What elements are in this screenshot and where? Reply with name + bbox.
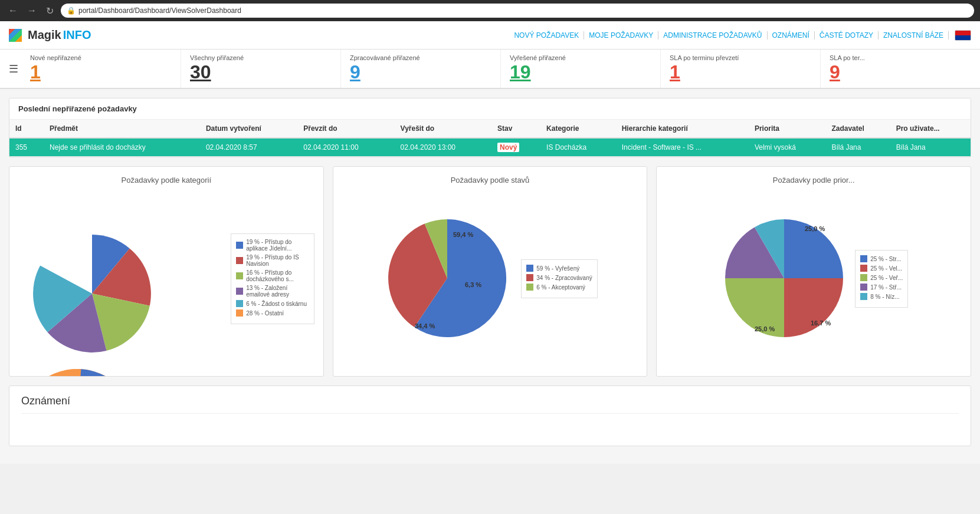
legend-color-2 — [236, 272, 243, 279]
stat-sla-prevzeti[interactable]: SLA po terminu převzetí 1 — [661, 50, 821, 88]
legend-label-0: 19 % - Přístup do aplikace Jídelní... — [246, 239, 309, 252]
stat-noveunprirazene[interactable]: Nové nepřiřazené 1 — [21, 50, 181, 88]
pie-priorita-wrapper: 25,0 % 25,0 % 16,7 % — [719, 205, 849, 354]
nav-back-button[interactable]: ← — [6, 5, 20, 16]
legend-stav-color-1 — [526, 274, 533, 281]
cell-stav: Nový — [491, 138, 540, 157]
chart-kategorie: Požadavky podle kategorií — [9, 166, 324, 377]
legend-color-0 — [236, 242, 243, 249]
cell-zadavatel: Bílá Jana — [825, 138, 890, 157]
legend-label-3: 13 % - Založení emailové adresy — [246, 285, 309, 298]
stat-value-3[interactable]: 19 — [510, 61, 651, 83]
table-row[interactable]: 355 Nejde se přihlásit do docházky 02.04… — [9, 138, 971, 157]
legend-color-5 — [236, 309, 243, 317]
svg-text:16,7 %: 16,7 % — [811, 319, 831, 327]
col-id: Id — [9, 120, 44, 138]
cell-hierarchie: Incident - Software - IS ... — [616, 138, 749, 157]
legend-label-1: 19 % - Přístup do IS Navision — [246, 254, 309, 267]
nav-oznameni[interactable]: OZNÁMENÍ — [768, 31, 815, 39]
cell-predmet[interactable]: Nejde se přihlásit do docházky — [44, 138, 200, 157]
col-kategorie: Kategorie — [540, 120, 616, 138]
oznami-section: Oznámení — [9, 386, 971, 446]
legend-color-4 — [236, 300, 243, 307]
pie-stav-wrapper: 59,4 % 34,4 % 6,3 % — [382, 205, 512, 354]
stat-label-2: Zpracovávané přiřazené — [350, 54, 491, 61]
legend-item-5: 28 % - Ostatní — [236, 309, 309, 317]
chart-stav-title: Požadavky podle stavů — [342, 176, 638, 184]
url-bar[interactable]: 🔒 portal/Dashboard/Dashboard/ViewSolverD… — [61, 4, 974, 18]
legend-item-1: 19 % - Přístup do IS Navision — [236, 254, 309, 267]
legend-color-3 — [236, 288, 243, 295]
table-header-row: Id Předmět Datum vytvoření Převzít do Vy… — [9, 120, 971, 138]
language-flag[interactable] — [955, 30, 971, 41]
legend-label-5: 28 % - Ostatní — [246, 310, 284, 317]
col-predmet: Předmět — [44, 120, 200, 138]
logo: MagikINFO — [28, 28, 91, 42]
col-priorita: Priorita — [749, 120, 825, 138]
legend-priorita-label-3: 17 % - Stř... — [870, 284, 902, 291]
stat-value-1[interactable]: 30 — [190, 61, 332, 83]
predmet-link[interactable]: Nejde se přihlásit do docházky — [50, 143, 146, 151]
legend-priorita: 25 % - Str... 25 % - Vel... 25 % - Veř..… — [855, 250, 908, 308]
nav-novy-pozadavek[interactable]: NOVÝ POŽADAVEK — [509, 31, 584, 39]
pie-svg-final: 18,8 % 15,6 % 12,5 % 6,3 % 28,1 % — [18, 369, 136, 377]
col-zadavatel: Zadavatel — [825, 120, 890, 138]
chart-stav: Požadavky podle stavů — [333, 166, 648, 377]
col-vyresit: Vyřešit do — [395, 120, 491, 138]
nav-znalostni-baze[interactable]: ZNALOSTNÍ BÁZE — [879, 31, 949, 39]
status-badge: Nový — [497, 143, 519, 152]
stat-value-5[interactable]: 9 — [830, 61, 971, 83]
oznami-title: Oznámení — [21, 395, 959, 407]
stat-vsechny[interactable]: Všechny přiřazené 30 — [181, 50, 341, 88]
chart-priorita-title: Požadavky podle prior... — [666, 176, 962, 184]
legend-label-2: 16 % - Přístup do docházkového s... — [246, 269, 309, 282]
charts-row: Požadavky podle kategorií — [9, 166, 971, 377]
legend-priorita-color-0 — [860, 255, 867, 262]
browser-chrome: ← → ↻ 🔒 portal/Dashboard/Dashboard/ViewS… — [0, 0, 980, 21]
legend-item-4: 6 % - Žádost o tiskárnu — [236, 300, 309, 307]
legend-stav-color-0 — [526, 265, 533, 272]
legend-item-2: 16 % - Přístup do docházkového s... — [236, 269, 309, 282]
legend-priorita-color-1 — [860, 265, 867, 272]
legend-priorita-color-2 — [860, 274, 867, 281]
cell-datum: 02.04.2020 8:57 — [200, 138, 297, 157]
legend-label-4: 6 % - Žádost o tiskárnu — [246, 301, 307, 307]
url-text: portal/Dashboard/Dashboard/ViewSolverDas… — [78, 6, 241, 15]
logo-magik-text: Magik — [28, 28, 61, 42]
svg-text:59,4 %: 59,4 % — [453, 231, 473, 238]
stat-zpracovavane[interactable]: Zpracovávané přiřazené 9 — [341, 50, 501, 88]
main-content: Poslední nepřiřazené požadavky Id Předmě… — [0, 89, 980, 464]
legend-priorita-label-4: 8 % - Níz... — [870, 294, 899, 300]
cell-id: 355 — [9, 138, 44, 157]
legend-stav-color-2 — [526, 284, 533, 291]
legend-priorita-0: 25 % - Str... — [860, 255, 903, 262]
nav-caste-dotazy[interactable]: ČASTÉ DOTAZY — [815, 31, 879, 39]
logo-info-text: INFO — [63, 28, 91, 42]
table-section: Poslední nepřiřazené požadavky Id Předmě… — [9, 98, 971, 157]
legend-stav-label-2: 6 % - Akceptovaný — [536, 284, 585, 291]
svg-text:34,4 %: 34,4 % — [415, 322, 435, 330]
col-pro-uzivatele: Pro uživate... — [890, 120, 971, 138]
cell-vyresit: 02.04.2020 13:00 — [395, 138, 491, 157]
stat-value-0[interactable]: 1 — [30, 61, 172, 83]
table-title: Poslední nepřiřazené požadavky — [9, 98, 971, 120]
stat-sla-ter[interactable]: SLA po ter... 9 — [821, 50, 980, 88]
pie-priorita-svg: 25,0 % 25,0 % 16,7 % — [719, 205, 849, 352]
nav-moje-pozadavky[interactable]: MOJE POŽADAVKY — [584, 31, 658, 39]
svg-text:25,0 %: 25,0 % — [805, 225, 825, 232]
stat-vyresene[interactable]: Vyřešené přiřazené 19 — [501, 50, 661, 88]
sidebar-toggle-button[interactable]: ☰ — [0, 50, 21, 88]
legend-priorita-color-4 — [860, 293, 867, 300]
stat-value-4[interactable]: 1 — [670, 61, 811, 83]
stat-value-2[interactable]: 9 — [350, 61, 491, 83]
oznami-content — [21, 413, 959, 437]
nav-administrace[interactable]: ADMINISTRACE POŽADAVKŮ — [658, 31, 767, 39]
nav-forward-button[interactable]: → — [25, 5, 39, 16]
legend-priorita-2: 25 % - Veř... — [860, 274, 903, 281]
legend-stav-2: 6 % - Akceptovaný — [526, 284, 592, 291]
nav-refresh-button[interactable]: ↻ — [44, 5, 56, 17]
svg-text:6,3 %: 6,3 % — [465, 281, 481, 288]
legend-priorita-label-2: 25 % - Veř... — [870, 275, 903, 281]
legend-stav-label-1: 34 % - Zpracovávaný — [536, 275, 592, 281]
pie-chart-div: 18,8 % 15,6 % 12,5 % 6,3 % 28,1 % — [18, 369, 136, 377]
